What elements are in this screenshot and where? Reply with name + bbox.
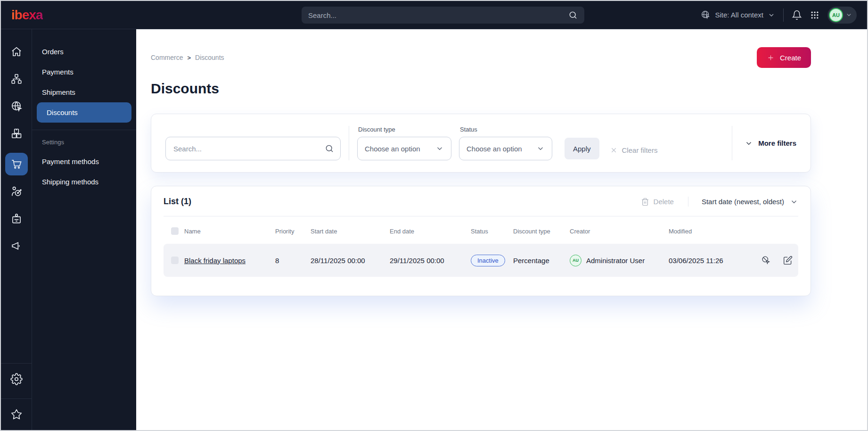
rail-divider [1, 363, 32, 364]
nav-content-tree-button[interactable] [5, 71, 28, 87]
nav-customer-portal-button[interactable] [5, 211, 28, 227]
boxes-icon [10, 127, 23, 140]
search-icon[interactable] [325, 144, 334, 153]
column-header-start-date: Start date [311, 228, 390, 235]
creator-avatar: AU [570, 255, 581, 266]
nav-commerce-button[interactable] [5, 153, 28, 175]
select-all-checkbox[interactable] [171, 227, 179, 235]
filter-search-input[interactable] [165, 137, 341, 160]
menu-item-payments[interactable]: Payments [32, 62, 136, 82]
app-window: ibexa Site: All context [0, 0, 868, 431]
plus-icon [767, 54, 775, 62]
status-value: Choose an option [467, 145, 522, 153]
sort-dropdown[interactable]: Start date (newest, oldest) [688, 198, 798, 206]
filter-search [165, 137, 341, 160]
grid-dots-icon [810, 10, 819, 20]
ibexa-logo[interactable]: ibexa [11, 8, 43, 23]
filter-divider [732, 126, 732, 160]
app-switcher-button[interactable] [810, 10, 819, 20]
page-title: Discounts [151, 81, 811, 97]
table-row: Black friday laptops 8 28/11/2025 00:00 … [164, 244, 798, 277]
column-header-modified: Modified [669, 228, 749, 235]
create-button[interactable]: Create [757, 47, 811, 68]
id-badge-icon [10, 213, 23, 225]
creator-name: Administrator User [586, 257, 645, 265]
main-content: Commerce > Discounts Create Discounts [136, 29, 867, 430]
star-icon [10, 408, 23, 421]
chevron-down-icon [536, 144, 545, 153]
megaphone-icon [10, 240, 23, 252]
delete-button[interactable]: Delete [641, 198, 674, 206]
breadcrumb-discounts[interactable]: Discounts [195, 54, 224, 61]
trash-icon [641, 198, 649, 206]
apply-button[interactable]: Apply [565, 138, 599, 159]
discount-type-label: Discount type [358, 126, 451, 133]
nav-marketing-button[interactable] [5, 238, 28, 254]
more-filters-wrap: More filters [732, 126, 796, 160]
discounts-list-panel: List (1) Delete Start date (newest, olde… [151, 186, 811, 296]
nav-admin-settings-button[interactable] [5, 371, 28, 387]
chevron-down-icon [435, 144, 444, 153]
search-icon[interactable] [568, 10, 578, 20]
start-date-cell: 28/11/2025 00:00 [311, 257, 390, 265]
chevron-down-icon [745, 139, 753, 148]
site-context-selector[interactable]: Site: All context [701, 10, 775, 20]
breadcrumb: Commerce > Discounts [151, 54, 224, 61]
discount-type-select[interactable]: Choose an option [357, 137, 451, 160]
modified-cell: 03/06/2025 11:26 [669, 257, 749, 265]
global-search-input[interactable] [308, 11, 568, 19]
globe-cursor-icon [10, 100, 23, 112]
clear-filters-button[interactable]: Clear filters [610, 146, 658, 154]
nav-site-button[interactable] [5, 98, 28, 114]
delete-button-label: Delete [654, 198, 674, 206]
more-filters-button[interactable]: More filters [745, 139, 796, 148]
globe-icon [701, 10, 711, 20]
nav-product-catalog-button[interactable] [5, 125, 28, 141]
deactivate-icon [761, 256, 771, 265]
status-select[interactable]: Choose an option [459, 137, 552, 160]
column-header-creator: Creator [570, 228, 669, 235]
breadcrumb-commerce[interactable]: Commerce [151, 54, 183, 61]
menu-item-shipments[interactable]: Shipments [32, 82, 136, 102]
column-header-discount-type: Discount type [513, 228, 570, 235]
chevron-down-icon [845, 11, 852, 18]
nav-bookmarks-button[interactable] [5, 406, 28, 423]
column-header-end-date: End date [390, 228, 471, 235]
nav-personalization-button[interactable] [5, 183, 28, 199]
menu-item-shipping-methods[interactable]: Shipping methods [32, 172, 136, 192]
list-divider [164, 216, 798, 216]
topbar-divider [783, 8, 784, 22]
main-nav-rail [1, 29, 32, 430]
status-filter: Status Choose an option [459, 126, 552, 160]
notifications-button[interactable] [792, 10, 802, 20]
discount-type-cell: Percentage [513, 257, 570, 265]
creator-cell: AU Administrator User [570, 255, 669, 266]
chevron-down-icon [768, 11, 775, 19]
global-search [302, 7, 584, 24]
deactivate-button[interactable] [761, 256, 771, 265]
filters-panel: Discount type Choose an option Status Ch… [151, 114, 811, 173]
menu-item-orders[interactable]: Orders [32, 41, 136, 62]
row-checkbox[interactable] [171, 257, 179, 264]
column-header-name: Name [184, 228, 275, 235]
user-menu[interactable]: AU [827, 7, 857, 24]
sort-dropdown-label: Start date (newest, oldest) [702, 198, 784, 206]
close-icon [610, 146, 618, 154]
discount-name-link[interactable]: Black friday laptops [184, 257, 246, 265]
avatar: AU [829, 8, 843, 22]
edit-button[interactable] [783, 256, 793, 265]
create-button-label: Create [780, 54, 801, 62]
menu-item-discounts[interactable]: Discounts [37, 102, 131, 123]
gear-icon [10, 373, 23, 385]
nav-home-button[interactable] [5, 43, 28, 59]
list-title: List (1) [164, 197, 191, 207]
commerce-menu: Orders Payments Shipments Discounts Sett… [32, 29, 136, 430]
sitemap-icon [10, 73, 23, 85]
end-date-cell: 29/11/2025 00:00 [390, 257, 471, 265]
menu-item-payment-methods[interactable]: Payment methods [32, 151, 136, 172]
status-label: Status [460, 126, 552, 133]
menu-divider [32, 130, 136, 130]
column-header-status: Status [471, 228, 513, 235]
rail-divider [1, 398, 32, 399]
site-context-label: Site: All context [715, 11, 763, 19]
